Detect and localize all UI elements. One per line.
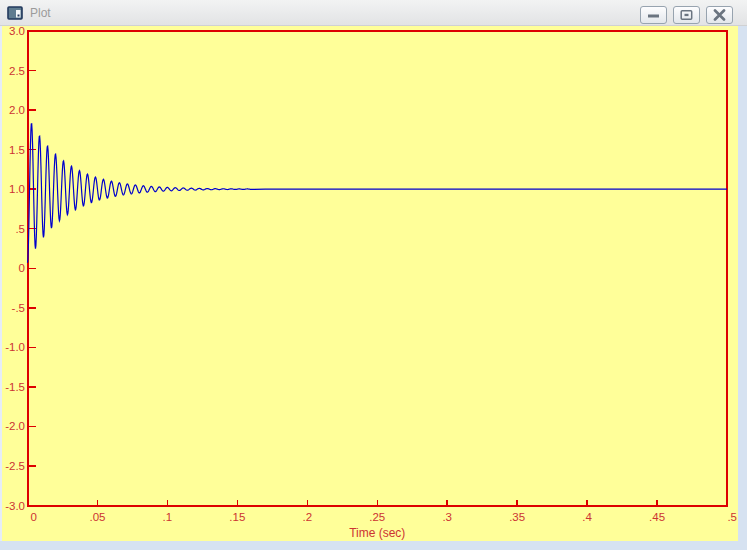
y-tick-label: 1.5 [9,144,25,156]
close-button[interactable] [706,6,733,24]
y-tick-label: 2.0 [9,104,25,116]
x-tick-label: .1 [163,511,173,523]
y-tick-label: -1.5 [5,381,25,393]
y-tick-label: -2.5 [5,460,25,472]
window-resize-border-bottom[interactable] [0,541,747,550]
plot-client-area: 0.05.1.15.2.25.3.35.4.45.53.02.52.01.51.… [0,26,747,541]
plot-window: Plot 0.05.1.15.2.25.3.35.4.45.53.02.52. [0,0,747,550]
y-tick-label: -.5 [12,302,25,314]
maximize-icon [679,9,694,21]
y-tick-label: -2.0 [5,420,25,432]
y-tick-label: -3.0 [5,500,25,512]
y-tick-label: 1.0 [9,183,25,195]
x-tick-label: .2 [303,511,313,523]
window-controls [640,6,733,24]
maximize-button[interactable] [673,6,700,24]
x-tick-label: .05 [89,511,105,523]
window-title: Plot [30,6,51,20]
plot-window-icon [7,5,23,21]
x-axis-title: Time (sec) [349,526,405,540]
x-tick-label: .25 [369,511,385,523]
y-tick-label: .5 [15,223,25,235]
y-tick-label: -1.0 [5,341,25,353]
x-tick-label: .45 [649,511,665,523]
minimize-button[interactable] [640,6,667,24]
x-tick-label: .5 [727,511,737,523]
x-tick-label: .35 [509,511,525,523]
x-tick-label: .4 [582,511,592,523]
plot-frame [28,31,728,506]
x-tick-label: 0 [31,511,37,523]
x-tick-label: .15 [229,511,245,523]
y-tick-label: 3.0 [9,26,25,37]
minimize-icon [646,10,661,21]
close-icon [712,9,727,21]
titlebar[interactable]: Plot [0,0,747,26]
y-tick-label: 0 [19,262,25,274]
x-tick-label: .3 [442,511,452,523]
plot-chart: 0.05.1.15.2.25.3.35.4.45.53.02.52.01.51.… [0,26,747,541]
window-resize-border-right[interactable] [738,26,747,550]
window-resize-border-left[interactable] [0,26,2,550]
y-tick-label: 2.5 [9,65,25,77]
series-line [28,124,728,263]
